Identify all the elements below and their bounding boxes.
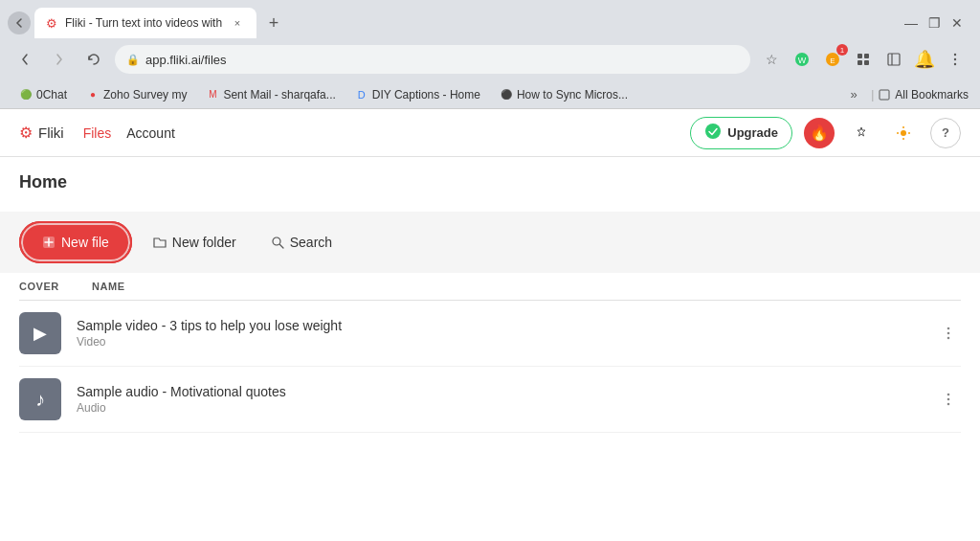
toolbar-icons: ☆ W E 1 🔔: [758, 46, 969, 73]
search-label: Search: [290, 235, 332, 250]
bookmark-github-icon: ⚫: [500, 88, 513, 101]
svg-point-22: [947, 327, 950, 330]
bookmark-sent-mail-label: Sent Mail - sharqafa...: [223, 88, 335, 101]
tab-bar: ⚙ Fliki - Turn text into videos with × +…: [0, 0, 980, 38]
fire-button[interactable]: 🔥: [804, 118, 835, 148]
audio-name: Sample audio - Motivational quotes: [77, 384, 921, 399]
reload-button[interactable]: [80, 46, 107, 73]
lock-icon: 🔒: [126, 54, 140, 66]
table-row: ♪ Sample audio - Motivational quotes Aud…: [19, 367, 961, 433]
url-text: app.fliki.ai/files: [145, 53, 227, 67]
audio-type: Audio: [77, 401, 921, 415]
upgrade-button[interactable]: Upgrade: [690, 117, 792, 149]
svg-point-13: [705, 124, 721, 139]
svg-rect-5: [864, 54, 869, 58]
bookmarks-bar: 🟢 0Chat ● Zoho Survey my M Sent Mail - s…: [0, 80, 980, 109]
star-button[interactable]: ☆: [758, 46, 785, 73]
svg-point-11: [954, 58, 956, 60]
profile-button[interactable]: 🔔: [911, 46, 938, 73]
audio-icon: ♪: [35, 389, 45, 411]
new-folder-button[interactable]: New folder: [140, 227, 250, 258]
table-row: ▶ Sample video - 3 tips to help you lose…: [19, 301, 961, 367]
upgrade-label: Upgrade: [727, 125, 778, 140]
files-area: Home New file New folder Search: [0, 157, 980, 541]
maximize-button[interactable]: ❐: [926, 15, 942, 31]
extension-badge-button[interactable]: E 1: [819, 46, 846, 73]
bookmark-zoho-icon: ●: [86, 88, 100, 101]
bookmark-diy-icon: D: [355, 88, 368, 101]
svg-rect-7: [864, 60, 869, 65]
bookmarks-more: » | All Bookmarks: [840, 81, 969, 108]
active-tab[interactable]: ⚙ Fliki - Turn text into videos with ×: [34, 8, 256, 38]
bookmark-0chat-label: 0Chat: [36, 88, 67, 101]
new-file-highlight: New file: [19, 221, 132, 263]
svg-rect-6: [858, 60, 862, 65]
video-menu-button[interactable]: [936, 321, 961, 346]
svg-point-14: [901, 130, 906, 136]
app-content: ⚙ Fliki Files Account Upgrade 🔥: [0, 109, 980, 541]
badge-count: 1: [836, 44, 848, 56]
search-button[interactable]: Search: [257, 227, 345, 258]
settings-icon: ⚙: [19, 124, 33, 142]
tab-title: Fliki - Turn text into videos with: [65, 16, 222, 30]
svg-line-21: [279, 245, 283, 249]
bookmark-diy[interactable]: D DIY Captions - Home: [347, 86, 488, 103]
close-button[interactable]: ✕: [949, 15, 965, 31]
bookmark-zoho-label: Zoho Survey my: [103, 88, 187, 101]
bookmark-0chat-icon: 🟢: [19, 88, 33, 101]
video-type: Video: [77, 335, 921, 349]
new-tab-button[interactable]: +: [260, 10, 287, 36]
svg-point-20: [273, 237, 280, 245]
wallet-button[interactable]: W: [789, 46, 815, 73]
video-icon: ▶: [33, 323, 47, 344]
video-info: Sample video - 3 tips to help you lose w…: [77, 318, 921, 349]
new-folder-label: New folder: [172, 235, 236, 250]
table-header: COVER NAME: [19, 273, 961, 301]
app-nav: ⚙ Fliki Files Account Upgrade 🔥: [0, 109, 980, 157]
address-box[interactable]: 🔒 app.fliki.ai/files: [115, 45, 750, 74]
files-table: COVER NAME ▶ Sample video - 3 tips to he…: [0, 273, 980, 541]
logo-text: Fliki: [38, 124, 64, 141]
extensions-button[interactable]: [850, 46, 877, 73]
bookmark-sent-mail-icon: M: [206, 88, 219, 101]
cover-header: COVER: [19, 281, 77, 292]
files-header: Home: [0, 157, 980, 212]
svg-point-23: [947, 332, 950, 335]
audio-menu-button[interactable]: [936, 387, 961, 412]
new-file-button[interactable]: New file: [23, 225, 128, 259]
tab-favicon: ⚙: [46, 16, 57, 31]
sidebar-button[interactable]: [880, 46, 907, 73]
svg-rect-4: [858, 54, 862, 58]
theme-button[interactable]: [888, 118, 919, 148]
upgrade-icon: [704, 123, 722, 144]
help-button[interactable]: ?: [930, 118, 961, 148]
bookmark-0chat[interactable]: 🟢 0Chat: [11, 86, 75, 103]
files-nav-link[interactable]: Files: [83, 125, 112, 141]
svg-point-25: [947, 394, 950, 396]
back-button[interactable]: [11, 46, 38, 73]
home-label: Home: [19, 172, 961, 192]
tab-close-button[interactable]: ×: [230, 15, 245, 31]
app-nav-right: Upgrade 🔥 ?: [690, 117, 961, 149]
svg-point-12: [954, 63, 956, 65]
tools-button[interactable]: [846, 118, 877, 148]
menu-button[interactable]: [942, 46, 969, 73]
video-name: Sample video - 3 tips to help you lose w…: [77, 318, 921, 333]
bookmark-diy-label: DIY Captions - Home: [372, 88, 480, 101]
bookmark-github-label: How to Sync Micros...: [517, 88, 628, 101]
bookmark-sent-mail[interactable]: M Sent Mail - sharqafa...: [198, 86, 343, 103]
bookmark-zoho[interactable]: ● Zoho Survey my: [78, 86, 194, 103]
browser-frame: ⚙ Fliki - Turn text into videos with × +…: [0, 0, 980, 541]
all-bookmarks-link[interactable]: All Bookmarks: [878, 88, 969, 101]
more-bookmarks-button[interactable]: »: [840, 81, 867, 108]
bookmark-github[interactable]: ⚫ How to Sync Micros...: [492, 86, 635, 103]
name-header: NAME: [92, 281, 961, 292]
svg-point-24: [947, 337, 950, 340]
minimize-button[interactable]: —: [903, 15, 919, 31]
files-toolbar: New file New folder Search: [0, 212, 980, 273]
tab-back-button[interactable]: [8, 11, 31, 34]
account-nav-link[interactable]: Account: [126, 125, 175, 141]
all-bookmarks-label: All Bookmarks: [895, 88, 969, 101]
svg-point-26: [947, 398, 950, 401]
forward-button[interactable]: [46, 46, 73, 73]
